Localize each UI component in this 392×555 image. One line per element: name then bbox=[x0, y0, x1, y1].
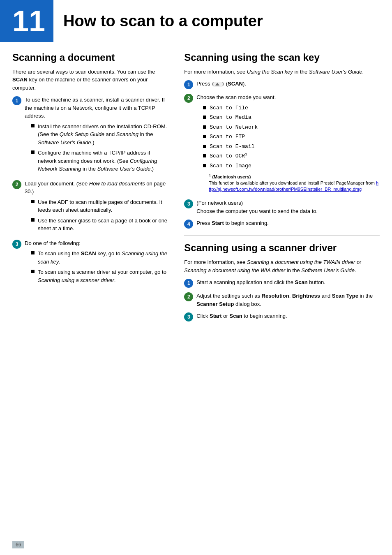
scan-key-circle-2: 2 bbox=[184, 94, 193, 103]
footnote-ocr: 1 (Macintosh users) This function is ava… bbox=[209, 173, 380, 193]
scan-key-step-2-content: Choose the scan mode you want. Scan to F… bbox=[196, 93, 380, 195]
bullet-square-icon bbox=[203, 116, 206, 119]
scanning-document-intro: There are several ways to scan documents… bbox=[12, 68, 168, 92]
page-number: 66 bbox=[12, 541, 24, 548]
scanner-driver-intro: For more information, see Scanning a doc… bbox=[184, 258, 380, 274]
bullet-adf: Use the ADF to scan multiple pages of do… bbox=[31, 198, 168, 214]
bullet-square-icon bbox=[203, 106, 206, 109]
driver-circle-2: 2 bbox=[184, 292, 193, 301]
bullet-scan-key: To scan using the SCAN key, go to Scanni… bbox=[31, 250, 168, 266]
bullet-configure-tcpip: Configure the machine with a TCP/IP addr… bbox=[31, 149, 168, 173]
left-step-3: 3 Do one of the following: To scan using… bbox=[12, 239, 168, 287]
scan-key-circle-4: 4 bbox=[184, 220, 193, 229]
scan-key-step-3-content: (For network users) Choose the computer … bbox=[196, 199, 380, 215]
driver-step-1: 1 Start a scanning application and click… bbox=[184, 278, 380, 288]
driver-circle-3: 3 bbox=[184, 312, 193, 321]
driver-circle-1: 1 bbox=[184, 279, 193, 288]
scan-key-step-1: 1 Press (SCAN). bbox=[184, 80, 380, 89]
chapter-number: 11 bbox=[0, 0, 53, 42]
left-step-2-content: Load your document. (See How to load doc… bbox=[25, 180, 168, 235]
scan-key-step-4-content: Press Start to begin scanning. bbox=[196, 219, 380, 227]
scan-button-icon bbox=[212, 82, 224, 86]
arrow-up-icon bbox=[215, 83, 219, 86]
step-circle-1: 1 bbox=[12, 96, 21, 105]
scan-key-step-2: 2 Choose the scan mode you want. Scan to… bbox=[184, 93, 380, 195]
content-area: Scanning a document There are several wa… bbox=[0, 52, 392, 326]
scan-mode-network: Scan to Network bbox=[203, 123, 380, 132]
bullet-square-icon bbox=[203, 135, 206, 138]
chapter-title: How to scan to a computer bbox=[53, 0, 392, 42]
scan-mode-email: Scan to E-mail bbox=[203, 143, 380, 151]
page-header: 11 How to scan to a computer bbox=[0, 0, 392, 42]
driver-step-3-content: Click Start or Scan to begin scanning. bbox=[196, 312, 380, 320]
driver-step-2: 2 Adjust the settings such as Resolution… bbox=[184, 292, 380, 308]
scan-mode-media: Scan to Media bbox=[203, 113, 380, 122]
driver-step-2-content: Adjust the settings such as Resolution, … bbox=[196, 292, 380, 308]
left-step-1: 1 To use the machine as a scanner, insta… bbox=[12, 96, 168, 176]
scan-mode-list: Scan to File Scan to Media Scan to Netwo… bbox=[203, 104, 380, 170]
bullet-scanner-driver: To scan using a scanner driver at your c… bbox=[31, 268, 168, 284]
bullet-square-icon bbox=[203, 145, 206, 148]
scan-key-intro: For more information, see Using the Scan… bbox=[184, 68, 380, 76]
driver-step-3: 3 Click Start or Scan to begin scanning. bbox=[184, 312, 380, 321]
scan-mode-ftp: Scan to FTP bbox=[203, 133, 380, 141]
bullet-square-icon bbox=[203, 164, 206, 167]
bullet-square-icon bbox=[203, 125, 206, 129]
bullet-scanner-glass: Use the scanner glass to scan a page of … bbox=[31, 217, 168, 233]
bullet-install-driver: Install the scanner drivers on the Insta… bbox=[31, 123, 168, 147]
scan-key-circle-3: 3 bbox=[184, 199, 193, 208]
left-column: Scanning a document There are several wa… bbox=[12, 52, 178, 326]
footnote-link: http://nj.newsoft.com.tw/download/brothe… bbox=[209, 180, 378, 192]
scan-mode-ocr: Scan to OCR1 bbox=[203, 152, 380, 160]
scan-key-step-1-content: Press (SCAN). bbox=[196, 80, 380, 88]
bullet-square-icon bbox=[31, 124, 35, 127]
scan-key-step-3: 3 (For network users) Choose the compute… bbox=[184, 199, 380, 215]
scan-key-step-4: 4 Press Start to begin scanning. bbox=[184, 219, 380, 229]
scan-mode-file: Scan to File bbox=[203, 104, 380, 112]
left-step-2: 2 Load your document. (See How to load d… bbox=[12, 180, 168, 235]
bullet-square-icon bbox=[203, 154, 206, 157]
bullet-square-icon bbox=[31, 270, 35, 273]
left-step-1-bullets: Install the scanner drivers on the Insta… bbox=[31, 123, 168, 173]
left-step-3-bullets: To scan using the SCAN key, go to Scanni… bbox=[31, 250, 168, 284]
driver-step-1-content: Start a scanning application and click t… bbox=[196, 278, 380, 287]
bullet-square-icon bbox=[31, 200, 35, 203]
bullet-square-icon bbox=[31, 218, 35, 222]
scan-key-circle-1: 1 bbox=[184, 80, 193, 89]
step-circle-2: 2 bbox=[12, 180, 21, 189]
left-step-2-bullets: Use the ADF to scan multiple pages of do… bbox=[31, 198, 168, 233]
scanner-driver-title: Scanning using a scanner driver bbox=[184, 242, 380, 254]
bullet-square-icon bbox=[31, 251, 35, 254]
scanning-document-title: Scanning a document bbox=[12, 52, 168, 64]
step-circle-3: 3 bbox=[12, 240, 21, 249]
left-step-3-content: Do one of the following: To scan using t… bbox=[25, 239, 168, 287]
scan-mode-image: Scan to Image bbox=[203, 162, 380, 170]
scan-key-title: Scanning using the scan key bbox=[184, 52, 380, 64]
section-divider bbox=[184, 235, 380, 236]
bullet-square-icon bbox=[31, 150, 35, 154]
left-step-1-content: To use the machine as a scanner, install… bbox=[25, 96, 168, 176]
right-column: Scanning using the scan key For more inf… bbox=[178, 52, 380, 326]
